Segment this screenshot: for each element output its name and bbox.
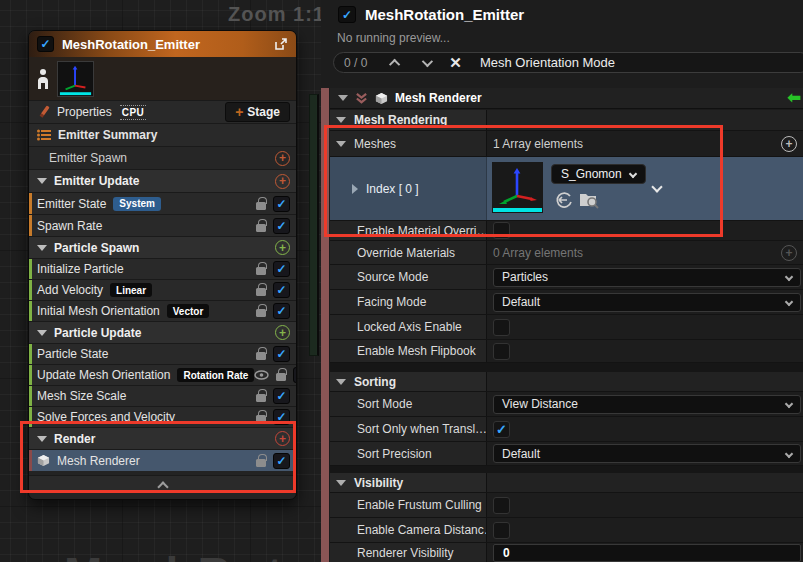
open-emitter-icon[interactable] <box>274 37 288 51</box>
module-enabled-checkbox[interactable] <box>293 367 297 383</box>
sort-mode-dropdown[interactable]: View Distance <box>493 395 801 414</box>
collapse-triangle-icon[interactable] <box>336 480 346 486</box>
node-row-update-mesh-orientation[interactable]: Update Mesh Orientation Rotation Rate <box>29 364 296 385</box>
node-row-particle-update[interactable]: Particle Update + <box>29 321 296 343</box>
sort-only-when-translucent-checkbox[interactable] <box>493 421 510 438</box>
node-row-particle-spawn[interactable]: Particle Spawn + <box>29 236 296 258</box>
mesh-asset-thumbnail[interactable] <box>492 162 543 213</box>
row-facing-mode[interactable]: Facing Mode Default <box>330 290 803 315</box>
row-enable-mesh-flipbook[interactable]: Enable Mesh Flipbook <box>330 340 803 363</box>
node-row-emitter-spawn[interactable]: Emitter Spawn + <box>29 146 296 169</box>
collapse-triangle-icon[interactable] <box>336 379 346 385</box>
collapse-triangle-icon[interactable] <box>37 436 47 442</box>
properties-icon <box>37 105 51 119</box>
module-enabled-checkbox[interactable] <box>273 388 290 404</box>
search-query-text: Mesh Orientation Mode <box>480 55 615 70</box>
system-overview-graph[interactable]: Zoom 1:1 MeshRotation_Emitter MeshRotati… <box>0 0 321 562</box>
add-module-icon[interactable]: + <box>275 325 290 340</box>
renderer-enabled-checkbox[interactable] <box>273 453 290 469</box>
module-enabled-checkbox[interactable] <box>273 196 290 212</box>
node-row-initialize-particle[interactable]: Initialize Particle <box>29 258 296 279</box>
collapse-triangle-icon[interactable] <box>336 117 346 123</box>
enable-camera-distance-checkbox[interactable] <box>493 522 510 539</box>
chevron-down-icon[interactable] <box>651 181 662 192</box>
collapse-triangle-icon[interactable] <box>37 245 47 251</box>
row-enable-material-overrides[interactable]: Enable Material Overri… <box>330 221 803 241</box>
renderer-category-stripe <box>321 88 329 562</box>
eye-icon[interactable] <box>254 370 269 380</box>
node-row-emitter-update[interactable]: Emitter Update + <box>29 169 296 192</box>
details-search-bar[interactable]: 0 / 0 ✕ Mesh Orientation Mode <box>333 52 803 73</box>
module-enabled-checkbox[interactable] <box>273 346 290 362</box>
add-module-icon[interactable]: + <box>275 151 290 166</box>
enable-mesh-flipbook-checkbox[interactable] <box>493 343 510 360</box>
next-result-icon[interactable] <box>422 55 433 66</box>
mesh-asset-dropdown[interactable]: S_Gnomon <box>551 164 646 184</box>
row-source-mode[interactable]: Source Mode Particles <box>330 265 803 290</box>
row-locked-axis-enable[interactable]: Locked Axis Enable <box>330 315 803 340</box>
section-visibility[interactable]: Visibility <box>330 473 803 493</box>
reset-to-default-icon[interactable]: ⬅ <box>788 90 801 106</box>
locked-axis-enable-checkbox[interactable] <box>493 319 510 336</box>
collapse-triangle-icon[interactable] <box>37 330 47 336</box>
node-row-initial-mesh-orientation[interactable]: Initial Mesh Orientation Vector <box>29 300 296 321</box>
section-mesh-rendering[interactable]: Mesh Rendering <box>330 110 803 131</box>
browse-to-asset-icon[interactable] <box>579 191 599 209</box>
node-collapse-button[interactable] <box>29 475 296 493</box>
row-enable-camera-distance[interactable]: Enable Camera Distanc… <box>330 518 803 543</box>
emitter-node-header[interactable]: MeshRotation_Emitter <box>29 31 296 57</box>
module-enabled-checkbox[interactable] <box>273 282 290 298</box>
collapse-triangle-icon[interactable] <box>338 95 348 101</box>
node-row-add-velocity[interactable]: Add Velocity Linear <box>29 279 296 300</box>
add-renderer-icon[interactable]: + <box>275 431 290 446</box>
emitter-node[interactable]: MeshRotation_Emitter <box>28 30 297 500</box>
renderer-visibility-input[interactable]: 0 <box>493 544 801 562</box>
node-row-emitter-state[interactable]: Emitter State System <box>29 192 296 214</box>
lock-icon <box>256 459 266 467</box>
add-array-element-icon[interactable]: + <box>781 245 797 261</box>
renderer-section-header[interactable]: Mesh Renderer ⬅ <box>330 88 803 109</box>
node-row-particle-state[interactable]: Particle State <box>29 343 296 364</box>
mesh-thumbnail[interactable] <box>57 61 94 97</box>
collapse-triangle-icon[interactable] <box>37 178 47 184</box>
previous-result-icon[interactable] <box>389 58 400 69</box>
node-row-mesh-renderer[interactable]: Mesh Renderer <box>29 449 296 471</box>
row-sort-only-when-translucent[interactable]: Sort Only when Transl… <box>330 417 803 442</box>
module-enabled-checkbox[interactable] <box>273 218 290 234</box>
row-override-materials[interactable]: Override Materials 0 Array elements + <box>330 241 803 265</box>
add-module-icon[interactable]: + <box>275 240 290 255</box>
add-array-element-icon[interactable]: + <box>781 136 797 152</box>
enable-material-overrides-checkbox[interactable] <box>493 222 510 239</box>
emitter-node-title: MeshRotation_Emitter <box>62 37 266 52</box>
row-enable-frustum-culling[interactable]: Enable Frustum Culling <box>330 493 803 518</box>
stage-color-stripe <box>29 193 32 214</box>
node-row-render[interactable]: Render + <box>29 427 296 449</box>
emitter-enabled-checkbox[interactable] <box>37 36 54 52</box>
chevron-down-icon <box>785 400 793 408</box>
node-row-spawn-rate[interactable]: Spawn Rate <box>29 214 296 236</box>
enable-frustum-culling-checkbox[interactable] <box>493 497 510 514</box>
add-module-icon[interactable]: + <box>275 174 290 189</box>
module-enabled-checkbox[interactable] <box>273 261 290 277</box>
clear-search-icon[interactable]: ✕ <box>449 55 462 70</box>
node-row-mesh-size-scale[interactable]: Mesh Size Scale <box>29 385 296 406</box>
row-mesh-index-0[interactable]: Index [ 0 ] S_Gnomon <box>330 157 803 221</box>
module-enabled-checkbox[interactable] <box>273 303 290 319</box>
source-mode-dropdown[interactable]: Particles <box>493 268 801 287</box>
sort-precision-dropdown[interactable]: Default <box>493 444 801 463</box>
emitter-enabled-checkbox[interactable] <box>338 6 356 23</box>
section-sorting[interactable]: Sorting <box>330 372 803 392</box>
row-meshes[interactable]: Meshes 1 Array elements + <box>330 131 803 157</box>
collapse-triangle-icon[interactable] <box>336 141 346 147</box>
row-sort-mode[interactable]: Sort Mode View Distance <box>330 392 803 417</box>
module-enabled-checkbox[interactable] <box>273 409 290 425</box>
facing-mode-dropdown[interactable]: Default <box>493 293 801 312</box>
expand-triangle-icon[interactable] <box>352 184 358 194</box>
node-row-properties[interactable]: Properties CPU + Stage <box>29 100 296 123</box>
row-sort-precision[interactable]: Sort Precision Default <box>330 442 803 466</box>
node-row-emitter-summary[interactable]: Emitter Summary <box>29 123 296 146</box>
row-renderer-visibility[interactable]: Renderer Visibility 0 <box>330 543 803 562</box>
use-selected-asset-icon[interactable] <box>555 191 573 209</box>
node-row-solve-forces[interactable]: Solve Forces and Velocity <box>29 406 296 427</box>
add-stage-button[interactable]: + Stage <box>225 102 290 122</box>
